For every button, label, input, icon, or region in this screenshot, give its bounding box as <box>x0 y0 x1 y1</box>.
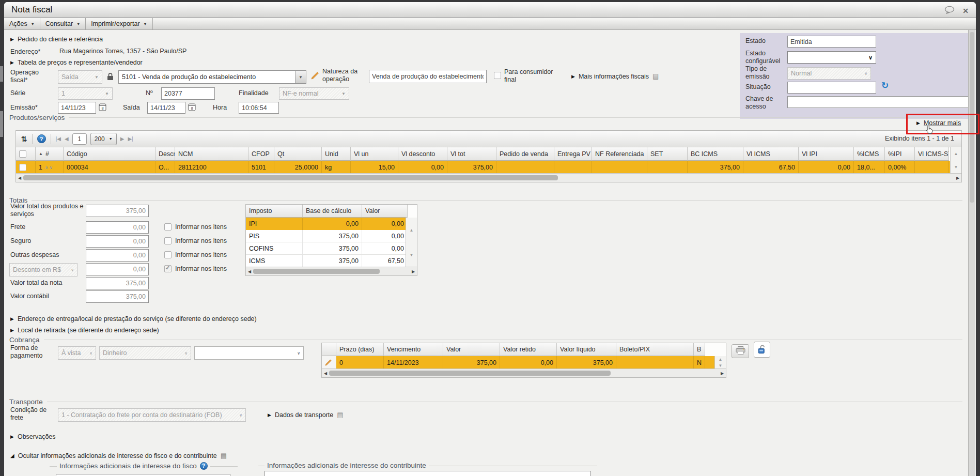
finalidade-select[interactable]: NF-e normal▼ <box>279 87 349 100</box>
impostos-hscrollbar[interactable]: ◀ ▶ <box>246 267 417 275</box>
col-prazo[interactable]: Prazo (dias) <box>336 343 384 356</box>
scroll-left-icon[interactable]: ◀ <box>246 269 253 274</box>
calendar-icon[interactable]: 8 <box>99 103 106 111</box>
last-page-icon[interactable]: ▶| <box>128 136 133 142</box>
scrollbar-thumb[interactable] <box>23 175 558 180</box>
seguro-input[interactable] <box>86 235 149 248</box>
valor-total-produtos-input[interactable] <box>86 205 149 217</box>
tabela-precos-expander[interactable]: ▶ Tabela de preços e representante/vende… <box>10 59 143 66</box>
page-number-input[interactable]: 1 <box>72 133 87 145</box>
imposto-row-pis[interactable]: PIS 375,00 0,00 <box>246 230 417 242</box>
cobranca-scroll-spinner[interactable]: ▲▼ <box>714 356 726 369</box>
col-valor[interactable]: Valor <box>443 343 500 356</box>
natureza-operacao-input[interactable] <box>369 70 487 83</box>
lock-payment-button[interactable] <box>754 342 770 358</box>
col-vl-desconto[interactable]: Vl desconto <box>398 147 447 161</box>
frete-input[interactable] <box>86 221 149 234</box>
col-boleto-pix[interactable]: Boleto/PIX <box>616 343 694 356</box>
produto-row[interactable]: 1∧∨ 000034 O... 28112100 5101 25,0000 kg… <box>16 161 961 174</box>
chave-acesso-input[interactable] <box>787 96 970 108</box>
contribuinte-textarea[interactable] <box>265 471 591 476</box>
col-ncm[interactable]: NCM <box>175 147 248 161</box>
condicao-pagamento-select[interactable]: À vista∨ <box>58 346 96 360</box>
produtos-hscrollbar[interactable]: ◀ ▶ <box>16 173 961 182</box>
scrollbar-thumb[interactable] <box>329 371 611 376</box>
operacao-tipo-select[interactable]: Saída▼ <box>58 70 102 84</box>
col-bc-icms[interactable]: BC ICMS <box>688 147 743 161</box>
refresh-icon[interactable]: ↻ <box>881 80 889 91</box>
calendar-icon[interactable]: 8 <box>188 103 196 111</box>
dados-transporte-expander[interactable]: ▶ Dados de transporte ▤ <box>268 411 343 419</box>
mostrar-mais-link[interactable]: ▶ Mostrar mais <box>916 119 961 127</box>
edit-pencil-icon[interactable] <box>311 71 319 81</box>
col-vl-ipi[interactable]: Vl IPI <box>799 147 854 161</box>
col-set[interactable]: SET <box>647 147 688 161</box>
col-valor[interactable]: Valor <box>362 205 408 218</box>
situacao-input[interactable] <box>787 82 876 94</box>
seguro-informar-checkbox[interactable] <box>164 237 172 244</box>
local-retirada-expander[interactable]: ▶ Local de retirada (se diferente do end… <box>10 327 159 334</box>
col-pct-icms[interactable]: %ICMS <box>854 147 885 161</box>
desconto-informar-checkbox[interactable] <box>164 265 172 272</box>
scrollbar-thumb[interactable] <box>253 269 380 274</box>
page-size-select[interactable]: 200 ▼ <box>90 133 117 145</box>
col-vl-tot[interactable]: Vl tot <box>447 147 496 161</box>
print-boleto-button[interactable] <box>732 344 749 358</box>
vertical-scrollbar[interactable] <box>968 30 975 476</box>
estado-configuravel-select[interactable]: ∨ <box>787 51 876 64</box>
col-codigo[interactable]: Código <box>64 147 155 161</box>
tipo-emissao-select[interactable]: Normal∨ <box>787 67 871 80</box>
select-all-checkbox-cell[interactable] <box>16 147 36 161</box>
col-valor-retido[interactable]: Valor retido <box>500 343 557 356</box>
pagamento-extra-select[interactable]: ∨ <box>194 346 304 360</box>
imposto-row-ipi[interactable]: IPI 0,00 0,00 <box>246 218 417 230</box>
col-pct-ipi[interactable]: %IPI <box>885 147 915 161</box>
scroll-right-icon[interactable]: ▶ <box>719 371 726 376</box>
valor-total-nota-input[interactable] <box>86 277 149 289</box>
mais-informacoes-fiscais-expander[interactable]: ▶ Mais informações fiscais ▤ <box>571 72 659 80</box>
desconto-input[interactable] <box>86 263 149 275</box>
menu-consultar[interactable]: Consultar▼ <box>40 18 86 29</box>
col-vl-un[interactable]: Vl un <box>351 147 398 161</box>
cobranca-row[interactable]: 0 14/11/2023 375,00 0,00 375,00 N <box>322 356 726 369</box>
col-base-calculo[interactable]: Base de cálculo <box>303 205 362 218</box>
condicao-frete-select[interactable]: 1 - Contratação do frete por conta do de… <box>58 408 246 422</box>
consumidor-final-checkbox[interactable] <box>494 72 501 79</box>
scroll-right-icon[interactable]: ▶ <box>954 176 961 180</box>
col-b[interactable]: B <box>694 343 705 356</box>
refresh-icon[interactable]: ⇅ <box>21 135 27 143</box>
scroll-left-icon[interactable]: ◀ <box>322 371 329 376</box>
col-imposto[interactable]: Imposto <box>246 205 303 218</box>
fisco-textarea[interactable] <box>56 474 230 476</box>
chat-bubble-icon[interactable] <box>944 6 955 16</box>
meio-pagamento-select[interactable]: Dinheiro∨ <box>99 346 191 360</box>
endereco-entrega-expander[interactable]: ▶ Endereço de entrega/local de prestação… <box>10 315 257 323</box>
row-scroll-spinner[interactable]: ▲▼ <box>950 147 961 174</box>
numero-input[interactable] <box>161 87 215 100</box>
row-move-icons[interactable]: ∧∨ <box>45 165 54 170</box>
col-qt[interactable]: Qt <box>274 147 322 161</box>
observacoes-expander[interactable]: ▶ Observações <box>10 433 56 440</box>
prev-page-icon[interactable]: ◀ <box>65 136 69 142</box>
impostos-scroll-spinner[interactable]: ▲▼ <box>406 218 417 268</box>
col-vl-icms[interactable]: Vl ICMS <box>743 147 799 161</box>
col-cfop[interactable]: CFOP <box>248 147 274 161</box>
col-unid[interactable]: Unid <box>322 147 351 161</box>
help-icon[interactable]: ? <box>200 462 208 470</box>
ocultar-info-adicionais-expander[interactable]: ◢ Ocultar informações adicionais de inte… <box>10 452 227 459</box>
col-entrega-pv[interactable]: Entrega PV <box>554 147 592 161</box>
saida-date-input[interactable] <box>147 102 185 114</box>
help-icon[interactable]: ? <box>37 134 46 143</box>
scroll-right-icon[interactable]: ▶ <box>410 269 417 274</box>
col-num[interactable]: ▲# <box>36 147 64 161</box>
first-page-icon[interactable]: |◀ <box>56 136 61 142</box>
menu-acoes[interactable]: Ações▼ <box>4 18 40 29</box>
frete-informar-checkbox[interactable] <box>164 223 172 231</box>
pedido-cliente-expander[interactable]: ▶ Pedido do cliente e referência <box>10 36 103 43</box>
desconto-tipo-select[interactable]: Desconto em R$∨ <box>9 263 77 277</box>
serie-select[interactable]: 1▼ <box>58 87 113 100</box>
valor-contabil-input[interactable] <box>86 290 149 303</box>
menu-imprimir-exportar[interactable]: Imprimir/exportar▼ <box>86 18 152 29</box>
operacao-fiscal-select[interactable]: 5101 - Venda de produção do estabelecime… <box>118 70 306 84</box>
outras-despesas-informar-checkbox[interactable] <box>164 251 172 258</box>
